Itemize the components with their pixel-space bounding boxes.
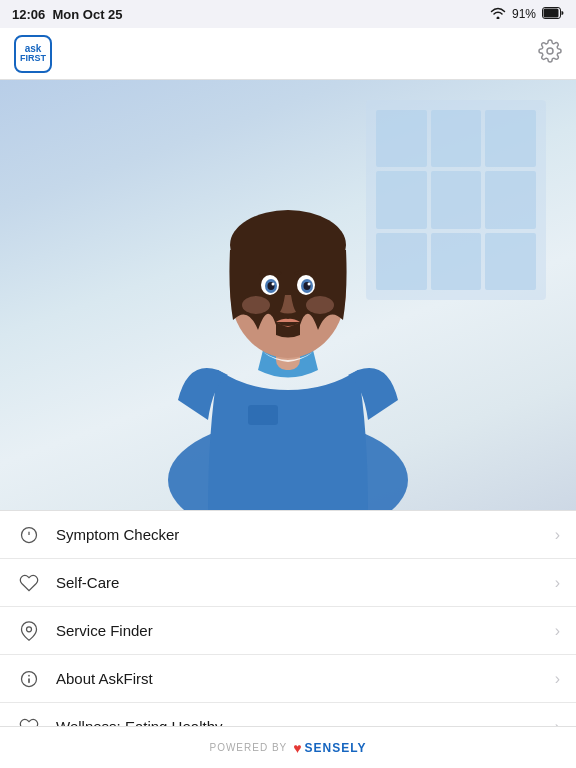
status-bar: 12:06 Mon Oct 25 91% [0,0,576,28]
chevron-icon-1: › [555,574,560,592]
info-icon [16,666,42,692]
svg-point-15 [242,296,270,314]
heart-icon [16,570,42,596]
sensely-heart-icon: ♥ [293,740,301,756]
hero-image [0,80,576,510]
chevron-icon-2: › [555,622,560,640]
battery-icon [542,7,564,22]
svg-rect-17 [248,405,278,425]
logo-first-text: FIRST [20,54,46,64]
menu-label-about: About AskFirst [56,670,555,687]
settings-icon[interactable] [538,39,562,69]
nurse-figure [128,90,448,510]
svg-point-16 [306,296,334,314]
svg-point-2 [547,48,553,54]
status-time-date: 12:06 Mon Oct 25 [12,7,123,22]
app-footer: POWERED BY ♥ SENSELY [0,726,576,768]
svg-point-14 [308,283,311,286]
chevron-icon-3: › [555,670,560,688]
menu-label-service-finder: Service Finder [56,622,555,639]
menu-item-symptom-checker[interactable]: Symptom Checker › [0,511,576,559]
svg-rect-1 [544,8,559,17]
powered-by-text: POWERED BY [209,742,287,753]
menu-label-self-care: Self-Care [56,574,555,591]
menu-item-about[interactable]: About AskFirst › [0,655,576,703]
svg-point-19 [27,626,32,631]
wifi-icon [490,7,506,22]
battery-level: 91% [512,7,536,21]
chevron-icon-0: › [555,526,560,544]
menu-item-self-care[interactable]: Self-Care › [0,559,576,607]
sensely-brand-name: SENSELY [305,741,367,755]
status-indicators: 91% [490,7,564,22]
menu-label-symptom-checker: Symptom Checker [56,526,555,543]
location-icon [16,618,42,644]
menu-item-service-finder[interactable]: Service Finder › [0,607,576,655]
svg-point-13 [272,283,275,286]
symptom-icon [16,522,42,548]
app-header: ask FIRST [0,28,576,80]
app-logo[interactable]: ask FIRST [14,35,52,73]
sensely-logo: ♥ SENSELY [293,740,366,756]
